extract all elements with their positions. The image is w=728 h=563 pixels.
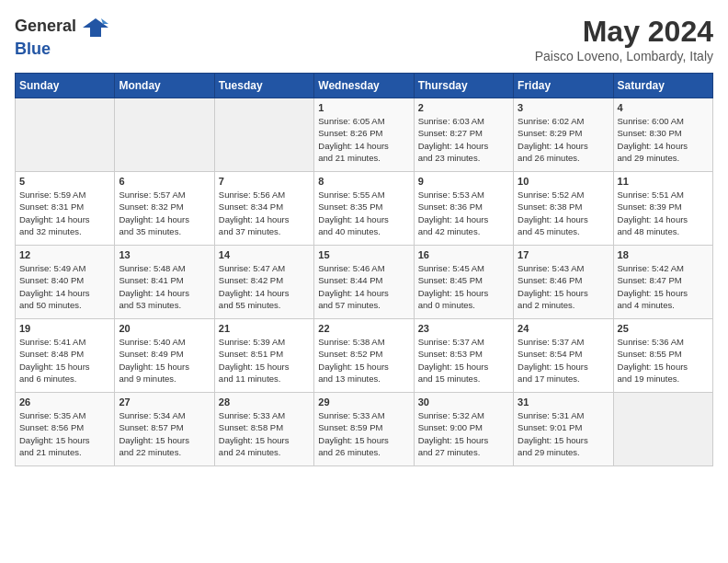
day-info: Sunrise: 5:43 AMSunset: 8:46 PMDaylight:…: [518, 262, 609, 311]
day-info: Sunrise: 5:39 AMSunset: 8:51 PMDaylight:…: [219, 336, 310, 385]
day-number: 15: [318, 249, 409, 260]
calendar-title: May 2024: [535, 15, 713, 49]
day-info: Sunrise: 5:45 AMSunset: 8:45 PMDaylight:…: [418, 262, 509, 311]
day-info: Sunrise: 5:53 AMSunset: 8:36 PMDaylight:…: [418, 189, 509, 237]
calendar-cell: 26Sunrise: 5:35 AMSunset: 8:56 PMDayligh…: [16, 393, 115, 466]
calendar-cell: 19Sunrise: 5:41 AMSunset: 8:48 PMDayligh…: [16, 319, 115, 393]
day-number: 29: [318, 396, 409, 408]
day-info: Sunrise: 5:52 AMSunset: 8:38 PMDaylight:…: [518, 189, 609, 237]
day-number: 17: [518, 249, 609, 260]
calendar-cell: 27Sunrise: 5:34 AMSunset: 8:57 PMDayligh…: [115, 393, 214, 466]
calendar-cell: 11Sunrise: 5:51 AMSunset: 8:39 PMDayligh…: [613, 172, 712, 246]
calendar-cell: 5Sunrise: 5:59 AMSunset: 8:31 PMDaylight…: [16, 172, 115, 246]
calendar-cell: 29Sunrise: 5:33 AMSunset: 8:59 PMDayligh…: [314, 393, 414, 466]
logo-general: General: [15, 15, 108, 40]
day-info: Sunrise: 5:56 AMSunset: 8:34 PMDaylight:…: [219, 189, 310, 237]
page-header: General Blue May 2024 Paisco Loveno, Lom…: [15, 15, 713, 63]
day-number: 27: [119, 396, 210, 408]
calendar-cell: 24Sunrise: 5:37 AMSunset: 8:54 PMDayligh…: [514, 319, 613, 393]
calendar-cell: 25Sunrise: 5:36 AMSunset: 8:55 PMDayligh…: [613, 319, 712, 393]
calendar-cell: 16Sunrise: 5:45 AMSunset: 8:45 PMDayligh…: [414, 246, 513, 319]
weekday-header-wednesday: Wednesday: [314, 74, 414, 98]
calendar-cell: 10Sunrise: 5:52 AMSunset: 8:38 PMDayligh…: [514, 172, 613, 246]
weekday-header-sunday: Sunday: [16, 74, 115, 98]
calendar-cell: 30Sunrise: 5:32 AMSunset: 9:00 PMDayligh…: [414, 393, 513, 466]
calendar-location: Paisco Loveno, Lombardy, Italy: [535, 49, 713, 63]
day-number: 6: [119, 176, 210, 187]
day-number: 24: [518, 323, 609, 334]
day-info: Sunrise: 5:40 AMSunset: 8:49 PMDaylight:…: [119, 336, 210, 385]
day-info: Sunrise: 5:38 AMSunset: 8:52 PMDaylight:…: [318, 336, 409, 385]
calendar-cell: 7Sunrise: 5:56 AMSunset: 8:34 PMDaylight…: [214, 172, 313, 246]
day-number: 19: [19, 323, 110, 334]
day-number: 20: [119, 323, 210, 334]
day-number: 18: [618, 249, 709, 260]
calendar-cell: [613, 393, 712, 466]
calendar-cell: 15Sunrise: 5:46 AMSunset: 8:44 PMDayligh…: [314, 246, 414, 319]
day-info: Sunrise: 5:47 AMSunset: 8:42 PMDaylight:…: [219, 262, 310, 311]
title-block: May 2024 Paisco Loveno, Lombardy, Italy: [535, 15, 713, 63]
day-info: Sunrise: 5:49 AMSunset: 8:40 PMDaylight:…: [19, 262, 110, 311]
logo: General Blue: [15, 15, 108, 59]
day-info: Sunrise: 5:37 AMSunset: 8:53 PMDaylight:…: [418, 336, 509, 385]
weekday-header-thursday: Thursday: [414, 74, 513, 98]
day-info: Sunrise: 5:35 AMSunset: 8:56 PMDaylight:…: [19, 409, 110, 458]
calendar-cell: 4Sunrise: 6:00 AMSunset: 8:30 PMDaylight…: [613, 98, 712, 172]
calendar-cell: 12Sunrise: 5:49 AMSunset: 8:40 PMDayligh…: [16, 246, 115, 319]
calendar-cell: 8Sunrise: 5:55 AMSunset: 8:35 PMDaylight…: [314, 172, 414, 246]
weekday-header-saturday: Saturday: [613, 74, 712, 98]
day-number: 25: [618, 323, 709, 334]
calendar-cell: 28Sunrise: 5:33 AMSunset: 8:58 PMDayligh…: [214, 393, 313, 466]
calendar-cell: 22Sunrise: 5:38 AMSunset: 8:52 PMDayligh…: [314, 319, 414, 393]
day-info: Sunrise: 5:57 AMSunset: 8:32 PMDaylight:…: [119, 189, 210, 237]
day-number: 13: [119, 249, 210, 260]
day-number: 4: [618, 102, 709, 113]
day-number: 12: [19, 249, 110, 260]
weekday-header-tuesday: Tuesday: [214, 74, 313, 98]
calendar-cell: 20Sunrise: 5:40 AMSunset: 8:49 PMDayligh…: [115, 319, 214, 393]
calendar-cell: 14Sunrise: 5:47 AMSunset: 8:42 PMDayligh…: [214, 246, 313, 319]
day-number: 10: [518, 176, 609, 187]
weekday-header-row: SundayMondayTuesdayWednesdayThursdayFrid…: [16, 74, 713, 98]
day-info: Sunrise: 5:42 AMSunset: 8:47 PMDaylight:…: [618, 262, 709, 311]
calendar-cell: 21Sunrise: 5:39 AMSunset: 8:51 PMDayligh…: [214, 319, 313, 393]
calendar-cell: 6Sunrise: 5:57 AMSunset: 8:32 PMDaylight…: [115, 172, 214, 246]
day-info: Sunrise: 6:05 AMSunset: 8:26 PMDaylight:…: [318, 115, 409, 164]
day-info: Sunrise: 5:41 AMSunset: 8:48 PMDaylight:…: [19, 336, 110, 385]
calendar-table: SundayMondayTuesdayWednesdayThursdayFrid…: [15, 73, 713, 466]
day-info: Sunrise: 5:48 AMSunset: 8:41 PMDaylight:…: [119, 262, 210, 311]
day-number: 30: [418, 396, 509, 408]
calendar-cell: [214, 98, 313, 172]
day-info: Sunrise: 5:55 AMSunset: 8:35 PMDaylight:…: [318, 189, 409, 237]
day-info: Sunrise: 5:33 AMSunset: 8:58 PMDaylight:…: [219, 409, 310, 458]
day-number: 28: [219, 396, 310, 408]
day-number: 11: [618, 176, 709, 187]
day-number: 21: [219, 323, 310, 334]
day-number: 8: [318, 176, 409, 187]
day-info: Sunrise: 6:00 AMSunset: 8:30 PMDaylight:…: [618, 115, 709, 164]
calendar-week-3: 12Sunrise: 5:49 AMSunset: 8:40 PMDayligh…: [16, 246, 713, 319]
day-number: 3: [518, 102, 609, 113]
logo-text: General Blue: [15, 15, 108, 59]
svg-marker-1: [101, 18, 108, 24]
day-number: 26: [19, 396, 110, 408]
calendar-cell: 2Sunrise: 6:03 AMSunset: 8:27 PMDaylight…: [414, 98, 513, 172]
day-number: 7: [219, 176, 310, 187]
logo-blue: Blue: [15, 40, 108, 59]
calendar-cell: 23Sunrise: 5:37 AMSunset: 8:53 PMDayligh…: [414, 319, 513, 393]
day-info: Sunrise: 5:34 AMSunset: 8:57 PMDaylight:…: [119, 409, 210, 458]
calendar-week-5: 26Sunrise: 5:35 AMSunset: 8:56 PMDayligh…: [16, 393, 713, 466]
day-info: Sunrise: 6:03 AMSunset: 8:27 PMDaylight:…: [418, 115, 509, 164]
calendar-week-1: 1Sunrise: 6:05 AMSunset: 8:26 PMDaylight…: [16, 98, 713, 172]
day-info: Sunrise: 5:36 AMSunset: 8:55 PMDaylight:…: [618, 336, 709, 385]
day-number: 9: [418, 176, 509, 187]
weekday-header-friday: Friday: [514, 74, 613, 98]
calendar-cell: [115, 98, 214, 172]
day-number: 23: [418, 323, 509, 334]
day-number: 1: [318, 102, 409, 113]
calendar-cell: 3Sunrise: 6:02 AMSunset: 8:29 PMDaylight…: [514, 98, 613, 172]
day-info: Sunrise: 6:02 AMSunset: 8:29 PMDaylight:…: [518, 115, 609, 164]
day-number: 14: [219, 249, 310, 260]
logo-bird-icon: [83, 15, 108, 40]
day-info: Sunrise: 5:31 AMSunset: 9:01 PMDaylight:…: [518, 409, 609, 458]
